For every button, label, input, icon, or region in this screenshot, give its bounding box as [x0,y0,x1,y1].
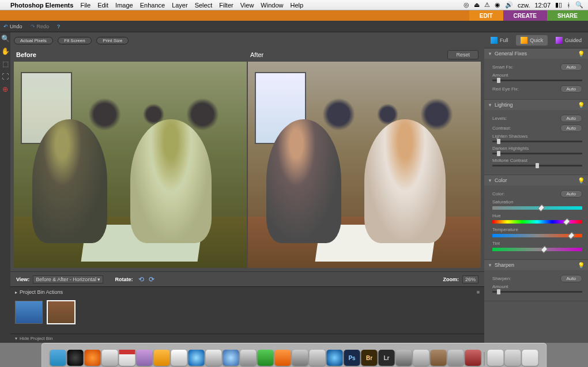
tip-icon[interactable]: 💡 [578,51,585,57]
panel-header-color[interactable]: ▼Color💡 [484,175,588,186]
redo-button[interactable]: ↷Redo [31,24,50,29]
dock-itunes-icon[interactable] [223,350,239,366]
zoom-tool-icon[interactable]: 🔍 [1,35,9,43]
airport-icon[interactable]: ◉ [495,1,500,9]
levels-auto-button[interactable]: Auto [560,115,582,122]
dock-app-icon[interactable] [258,350,274,366]
temperature-slider[interactable] [492,234,582,237]
rotate-cw-icon[interactable]: ⟳ [149,275,154,283]
eject-icon[interactable]: ⏏ [474,1,480,9]
hide-bin-label[interactable]: Hide Project Bin [20,336,52,341]
bluetooth-icon[interactable]: ᚼ [567,2,571,9]
dock-app-icon[interactable] [206,350,222,366]
app-name[interactable]: Photoshop Elements [10,2,73,9]
tip-icon[interactable]: 💡 [578,102,585,108]
hide-bin-icon[interactable]: ▾ [15,336,17,341]
menu-image[interactable]: Image [115,2,133,9]
undo-button[interactable]: ↶Undo [3,24,22,29]
dock-app-icon[interactable] [154,350,170,366]
tint-slider[interactable] [492,248,582,251]
spotlight-icon[interactable]: 🔍 [575,1,583,9]
dock-app-icon[interactable] [310,350,326,366]
dock-app-icon[interactable] [171,350,187,366]
crop-tool-icon[interactable]: ⛶ [1,73,9,81]
smartfix-auto-button[interactable]: Auto [560,63,582,71]
redeye-tool-icon[interactable]: ⊕ [1,85,9,93]
help-icon[interactable]: ? [57,24,60,29]
dock-skype-icon[interactable] [189,350,205,366]
dock-finder-icon[interactable] [50,350,66,366]
view-mode-dropdown[interactable]: Before & After - Horizontal ▾ [33,275,103,283]
wifi-icon[interactable]: ⚠ [484,1,490,9]
panel-header-lighting[interactable]: ▼Lighting💡 [484,100,588,110]
dock-dashboard-icon[interactable] [67,350,84,366]
mode-tab-quick[interactable]: Quick [516,35,548,46]
hand-tool-icon[interactable]: ✋ [1,47,9,55]
dock-bridge-icon[interactable]: Br [361,350,378,366]
dock-folder-icon[interactable] [488,350,504,366]
actual-pixels-button[interactable]: Actual Pixels [14,37,53,44]
menu-view[interactable]: View [240,2,254,9]
dock-preview-icon[interactable] [240,350,257,366]
panel-header-sharpen[interactable]: ▼Sharpen💡 [484,260,588,270]
redeye-auto-button[interactable]: Auto [560,85,582,93]
bin-thumbnail[interactable] [15,301,43,324]
dock-app-icon[interactable] [275,350,291,366]
dock-trash-icon[interactable] [522,350,538,366]
color-auto-button[interactable]: Auto [560,190,582,198]
hue-slider[interactable] [492,220,582,224]
lighten-slider[interactable] [492,141,582,142]
dock-lightroom-icon[interactable]: Lr [379,350,395,366]
dock-firefox-icon[interactable] [85,350,101,366]
sync-icon[interactable]: ◎ [463,1,469,9]
smartfix-slider[interactable] [492,80,582,81]
dock-app-icon[interactable] [448,350,464,366]
tip-icon[interactable]: 💡 [578,177,585,184]
workspace-tab-edit[interactable]: EDIT [469,10,503,21]
volume-icon[interactable]: 🔊 [505,1,513,9]
rotate-ccw-icon[interactable]: ⟲ [138,275,144,283]
menu-help[interactable]: Help [290,2,303,9]
menu-select[interactable]: Select [195,2,213,9]
print-size-button[interactable]: Print Size [96,37,129,44]
dock-photoshop-icon[interactable]: Ps [344,350,360,366]
reset-button[interactable]: Reset [447,50,478,59]
midtone-slider[interactable] [492,165,582,167]
bin-thumbnail[interactable] [47,301,75,324]
fit-screen-button[interactable]: Fit Screen [58,37,91,44]
dock-app-icon[interactable] [431,350,447,366]
clock-day[interactable]: czw. [518,2,530,9]
sharpen-slider[interactable] [492,291,582,293]
dock-app-icon[interactable] [292,350,308,366]
project-bin-header[interactable]: ▸ Project Bin Actions ≡ [10,287,484,297]
dock-app-icon[interactable] [102,350,118,366]
dock-folder-icon[interactable] [505,350,521,366]
dock-app-icon[interactable] [137,350,153,366]
workspace-tab-share[interactable]: SHARE [547,10,588,21]
clock-time[interactable]: 12:07 [534,2,551,9]
tip-icon[interactable]: 💡 [578,262,585,268]
dock-app-icon[interactable] [413,350,429,366]
menu-filter[interactable]: Filter [219,2,233,9]
mode-tab-full[interactable]: Full [486,35,513,46]
zoom-dropdown[interactable]: 26% [462,275,478,283]
panel-header-general[interactable]: ▼General Fixes💡 [484,48,588,59]
workspace-tab-create[interactable]: CREATE [503,10,547,21]
dock-app-icon[interactable] [465,350,481,366]
sharpen-auto-button[interactable]: Auto [560,275,582,282]
dock-app-icon[interactable] [327,350,343,366]
quick-select-tool-icon[interactable]: ⬚ [1,60,9,68]
darken-slider[interactable] [492,153,582,154]
battery-icon[interactable]: ▮▯ [555,1,562,9]
dock-app-icon[interactable] [396,350,412,366]
bin-menu-icon[interactable]: ≡ [477,289,480,295]
before-image[interactable] [14,62,247,268]
dock-ical-icon[interactable] [119,350,135,366]
menu-enhance[interactable]: Enhance [140,2,165,9]
contrast-auto-button[interactable]: Auto [560,124,582,132]
saturation-slider[interactable] [492,206,582,210]
menu-window[interactable]: Window [261,2,283,9]
menu-edit[interactable]: Edit [97,2,108,9]
menu-layer[interactable]: Layer [172,2,188,9]
mode-tab-guided[interactable]: Guided [551,35,586,46]
